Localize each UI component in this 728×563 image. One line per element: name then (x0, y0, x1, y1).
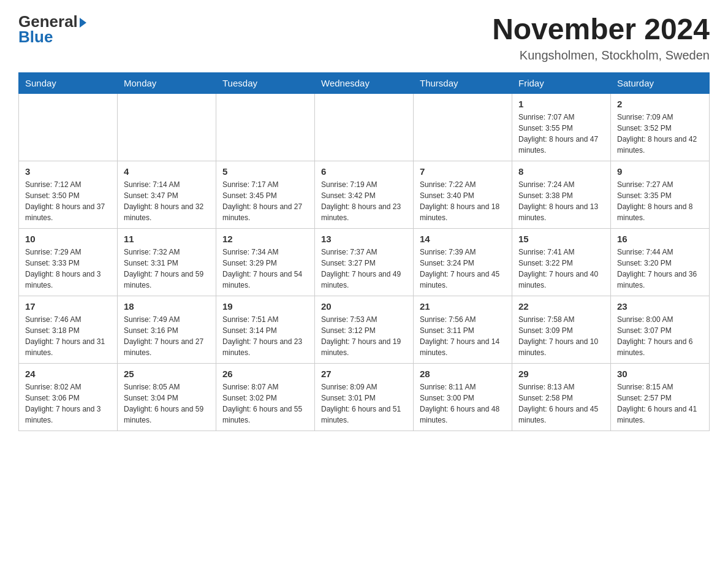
calendar-cell (315, 94, 414, 161)
day-info: Sunrise: 7:32 AMSunset: 3:31 PMDaylight:… (124, 247, 210, 291)
day-info: Sunrise: 7:44 AMSunset: 3:20 PMDaylight:… (617, 247, 703, 291)
day-number: 29 (518, 369, 604, 379)
day-info: Sunrise: 7:34 AMSunset: 3:29 PMDaylight:… (222, 247, 308, 291)
day-number: 1 (518, 99, 604, 109)
day-info: Sunrise: 8:02 AMSunset: 3:06 PMDaylight:… (25, 381, 111, 426)
col-sunday: Sunday (19, 73, 118, 94)
day-info: Sunrise: 7:24 AMSunset: 3:38 PMDaylight:… (518, 179, 604, 223)
day-number: 14 (420, 234, 506, 244)
day-number: 24 (25, 369, 111, 379)
day-number: 12 (222, 234, 308, 244)
calendar-cell: 9Sunrise: 7:27 AMSunset: 3:35 PMDaylight… (611, 161, 710, 229)
day-info: Sunrise: 7:53 AMSunset: 3:12 PMDaylight:… (321, 314, 407, 358)
day-info: Sunrise: 7:51 AMSunset: 3:14 PMDaylight:… (222, 314, 308, 358)
calendar-cell: 25Sunrise: 8:05 AMSunset: 3:04 PMDayligh… (118, 364, 216, 431)
calendar-cell: 26Sunrise: 8:07 AMSunset: 3:02 PMDayligh… (216, 364, 315, 431)
calendar-cell: 29Sunrise: 8:13 AMSunset: 2:58 PMDayligh… (512, 364, 611, 431)
col-friday: Friday (512, 73, 611, 94)
calendar-cell (414, 94, 512, 161)
calendar-cell: 18Sunrise: 7:49 AMSunset: 3:16 PMDayligh… (118, 296, 216, 364)
day-number: 9 (617, 166, 703, 177)
calendar-cell: 15Sunrise: 7:41 AMSunset: 3:22 PMDayligh… (512, 229, 611, 296)
day-info: Sunrise: 8:07 AMSunset: 3:02 PMDaylight:… (222, 381, 308, 426)
col-monday: Monday (118, 73, 216, 94)
day-info: Sunrise: 7:37 AMSunset: 3:27 PMDaylight:… (321, 247, 407, 291)
day-info: Sunrise: 7:46 AMSunset: 3:18 PMDaylight:… (25, 314, 111, 358)
logo-triangle-icon (80, 18, 86, 28)
day-number: 21 (420, 301, 506, 312)
day-info: Sunrise: 7:17 AMSunset: 3:45 PMDaylight:… (222, 179, 308, 223)
day-number: 17 (25, 301, 111, 312)
header: General Blue November 2024 Kungsholmen, … (18, 12, 710, 63)
calendar-cell: 30Sunrise: 8:15 AMSunset: 2:57 PMDayligh… (611, 364, 710, 431)
day-number: 13 (321, 234, 407, 244)
day-info: Sunrise: 7:22 AMSunset: 3:40 PMDaylight:… (420, 179, 506, 223)
day-number: 7 (420, 166, 506, 177)
day-info: Sunrise: 8:09 AMSunset: 3:01 PMDaylight:… (321, 381, 407, 426)
day-number: 2 (617, 99, 703, 109)
day-info: Sunrise: 7:41 AMSunset: 3:22 PMDaylight:… (518, 247, 604, 291)
calendar-cell: 13Sunrise: 7:37 AMSunset: 3:27 PMDayligh… (315, 229, 414, 296)
day-info: Sunrise: 8:05 AMSunset: 3:04 PMDaylight:… (124, 381, 210, 426)
calendar-cell: 10Sunrise: 7:29 AMSunset: 3:33 PMDayligh… (19, 229, 118, 296)
day-info: Sunrise: 7:49 AMSunset: 3:16 PMDaylight:… (124, 314, 210, 358)
calendar-subtitle: Kungsholmen, Stockholm, Sweden (492, 48, 710, 63)
col-wednesday: Wednesday (315, 73, 414, 94)
calendar-cell: 7Sunrise: 7:22 AMSunset: 3:40 PMDaylight… (414, 161, 512, 229)
day-number: 23 (617, 301, 703, 312)
calendar-cell: 1Sunrise: 7:07 AMSunset: 3:55 PMDaylight… (512, 94, 611, 161)
calendar-cell: 20Sunrise: 7:53 AMSunset: 3:12 PMDayligh… (315, 296, 414, 364)
day-info: Sunrise: 7:39 AMSunset: 3:24 PMDaylight:… (420, 247, 506, 291)
day-info: Sunrise: 7:12 AMSunset: 3:50 PMDaylight:… (25, 179, 111, 223)
day-number: 11 (124, 234, 210, 244)
day-number: 19 (222, 301, 308, 312)
calendar-cell: 16Sunrise: 7:44 AMSunset: 3:20 PMDayligh… (611, 229, 710, 296)
calendar-cell: 4Sunrise: 7:14 AMSunset: 3:47 PMDaylight… (118, 161, 216, 229)
day-info: Sunrise: 7:14 AMSunset: 3:47 PMDaylight:… (124, 179, 210, 223)
day-number: 16 (617, 234, 703, 244)
col-thursday: Thursday (414, 73, 512, 94)
logo-blue-text: Blue (18, 28, 53, 47)
calendar-cell: 21Sunrise: 7:56 AMSunset: 3:11 PMDayligh… (414, 296, 512, 364)
calendar-week-row: 10Sunrise: 7:29 AMSunset: 3:33 PMDayligh… (19, 229, 710, 296)
col-tuesday: Tuesday (216, 73, 315, 94)
calendar-cell: 8Sunrise: 7:24 AMSunset: 3:38 PMDaylight… (512, 161, 611, 229)
day-info: Sunrise: 7:19 AMSunset: 3:42 PMDaylight:… (321, 179, 407, 223)
day-info: Sunrise: 7:56 AMSunset: 3:11 PMDaylight:… (420, 314, 506, 358)
calendar-cell: 12Sunrise: 7:34 AMSunset: 3:29 PMDayligh… (216, 229, 315, 296)
day-number: 28 (420, 369, 506, 379)
calendar-cell: 2Sunrise: 7:09 AMSunset: 3:52 PMDaylight… (611, 94, 710, 161)
day-number: 4 (124, 166, 210, 177)
calendar-cell: 5Sunrise: 7:17 AMSunset: 3:45 PMDaylight… (216, 161, 315, 229)
calendar-cell (19, 94, 118, 161)
day-info: Sunrise: 8:15 AMSunset: 2:57 PMDaylight:… (617, 381, 703, 426)
day-info: Sunrise: 8:13 AMSunset: 2:58 PMDaylight:… (518, 381, 604, 426)
calendar-cell: 6Sunrise: 7:19 AMSunset: 3:42 PMDaylight… (315, 161, 414, 229)
day-number: 3 (25, 166, 111, 177)
calendar-cell: 22Sunrise: 7:58 AMSunset: 3:09 PMDayligh… (512, 296, 611, 364)
calendar-week-row: 1Sunrise: 7:07 AMSunset: 3:55 PMDaylight… (19, 94, 710, 161)
day-number: 8 (518, 166, 604, 177)
day-info: Sunrise: 7:27 AMSunset: 3:35 PMDaylight:… (617, 179, 703, 223)
calendar-week-row: 3Sunrise: 7:12 AMSunset: 3:50 PMDaylight… (19, 161, 710, 229)
logo-area: General Blue (18, 12, 86, 47)
calendar-cell: 17Sunrise: 7:46 AMSunset: 3:18 PMDayligh… (19, 296, 118, 364)
day-number: 6 (321, 166, 407, 177)
calendar-table: Sunday Monday Tuesday Wednesday Thursday… (18, 72, 710, 431)
calendar-week-row: 24Sunrise: 8:02 AMSunset: 3:06 PMDayligh… (19, 364, 710, 431)
col-saturday: Saturday (611, 73, 710, 94)
day-info: Sunrise: 7:58 AMSunset: 3:09 PMDaylight:… (518, 314, 604, 358)
calendar-cell (216, 94, 315, 161)
calendar-cell: 28Sunrise: 8:11 AMSunset: 3:00 PMDayligh… (414, 364, 512, 431)
title-area: November 2024 Kungsholmen, Stockholm, Sw… (492, 12, 710, 63)
day-number: 30 (617, 369, 703, 379)
day-info: Sunrise: 8:00 AMSunset: 3:07 PMDaylight:… (617, 314, 703, 358)
day-number: 5 (222, 166, 308, 177)
day-info: Sunrise: 8:11 AMSunset: 3:00 PMDaylight:… (420, 381, 506, 426)
day-info: Sunrise: 7:29 AMSunset: 3:33 PMDaylight:… (25, 247, 111, 291)
day-number: 15 (518, 234, 604, 244)
calendar-cell: 14Sunrise: 7:39 AMSunset: 3:24 PMDayligh… (414, 229, 512, 296)
calendar-cell (118, 94, 216, 161)
day-number: 26 (222, 369, 308, 379)
day-number: 20 (321, 301, 407, 312)
